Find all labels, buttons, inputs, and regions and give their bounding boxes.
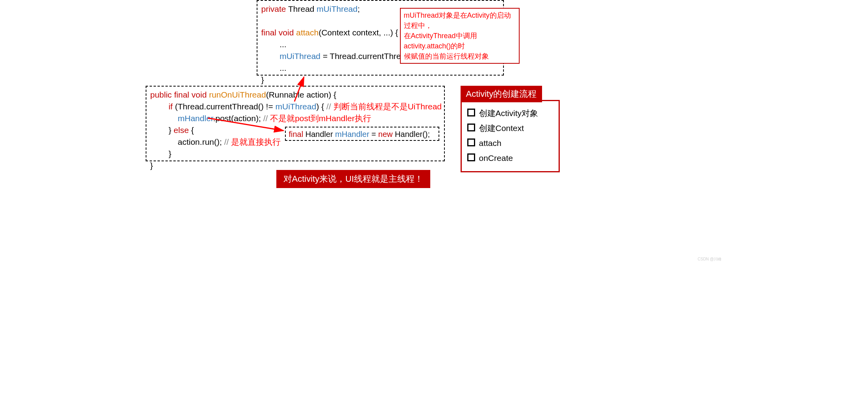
- flow-item-3: onCreate: [467, 151, 553, 166]
- flow-item-0: 创建Activity对象: [467, 106, 553, 121]
- keyword-else: else: [174, 126, 189, 135]
- conclusion-banner: 对Activity来说，UI线程就是主线程！: [276, 170, 431, 188]
- note-line1: mUiThread对象是在Activity的启动过程中，: [404, 10, 516, 31]
- code-handler-decl: final Handler mHandler = new Handler();: [289, 128, 435, 140]
- comment-run-direct: 是就直接执行: [231, 137, 281, 146]
- keyword-if: if: [168, 102, 173, 111]
- member-mHandler: mHandler: [178, 114, 213, 123]
- diagram-canvas: private Thread mUiThread; final void att…: [145, 0, 724, 264]
- comment-post-to-handler: 不是就post到mHandler执行: [270, 114, 371, 123]
- member-mUiThread: mUiThread: [316, 4, 357, 13]
- watermark: CSDN @川峰: [698, 257, 722, 262]
- keyword-public-final-void: public final void: [150, 90, 209, 99]
- code-box-runOnUiThread: public final void runOnUiThread(Runnable…: [146, 86, 445, 161]
- method-runOnUiThread: runOnUiThread: [209, 90, 266, 99]
- keyword-final: final: [261, 28, 277, 37]
- flow-item-1: 创建Context: [467, 121, 553, 136]
- note-mUiThread-explain: mUiThread对象是在Activity的启动过程中， 在ActivityTh…: [400, 8, 520, 64]
- method-attach: attach: [296, 28, 318, 37]
- note-line2: 在ActivityThread中调用activity.attach()的时: [404, 31, 516, 51]
- keyword-private: private: [261, 4, 286, 13]
- code-box-handler-decl: final Handler mHandler = new Handler();: [285, 127, 439, 141]
- flow-panel: 创建Activity对象 创建Context attach onCreate: [461, 100, 560, 172]
- comment-judge-thread: 判断当前线程是不是UiThread: [333, 102, 442, 111]
- note-line3: 候赋值的当前运行线程对象: [404, 51, 516, 61]
- flow-item-2: attach: [467, 136, 553, 151]
